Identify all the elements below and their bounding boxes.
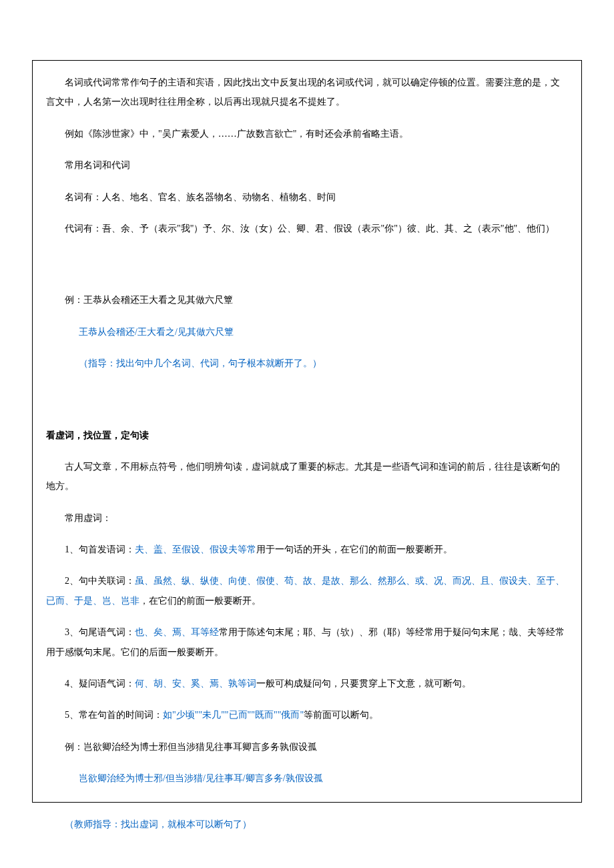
paragraph-subheading: 常用名词和代词 — [46, 155, 568, 175]
item-label: 4、疑问语气词： — [65, 679, 135, 689]
highlighted-text: 王恭从会稽还/王大看之/见其做六尺簟 — [79, 327, 234, 337]
highlighted-text: （教师指导：找出虚词，就根本可以断句了） — [65, 819, 252, 829]
spacer — [46, 250, 568, 290]
item-tail: 一般可构成疑问句，只要贯穿上下文意，就可断句。 — [256, 679, 471, 689]
highlighted-terms: 夫、盖、至假设、假设夫等常 — [135, 544, 256, 554]
highlighted-terms: 如"少顷""未几""已而""既而""俄而" — [163, 710, 304, 720]
paragraph-nouns: 名词有：人名、地名、官名、族名器物名、动物名、植物名、时间 — [46, 187, 568, 207]
example-prompt: 例：王恭从会稽还王大看之见其做六尺簟 — [46, 290, 568, 310]
item-label: 3、句尾语气词： — [65, 627, 135, 637]
teacher-guide: （教师指导：找出虚词，就根本可以断句了） — [32, 815, 582, 834]
highlighted-terms: 何、胡、安、奚、焉、孰等词 — [135, 679, 256, 689]
paragraph: 名词或代词常常作句子的主语和宾语，因此找出文中反复出现的名词或代词，就可以确定停… — [46, 73, 568, 112]
item-label: 2、句中关联词： — [65, 576, 135, 586]
item-tail: 等前面可以断句。 — [304, 710, 378, 720]
paragraph-pronouns: 代词有：吾、余、予（表示"我"）予、尔、汝（女）公、卿、君、假设（表示"你"）彼… — [46, 219, 568, 238]
paragraph: 古人写文章，不用标点符号，他们明辨句读，虚词就成了重要的标志。尤其是一些语气词和… — [46, 457, 568, 496]
paragraph-example: 例如《陈涉世家》中，"吴广素爱人，……广故数言欲亡"，有时还会承前省略主语。 — [46, 124, 568, 143]
item-label: 5、常在句首的时间词： — [65, 710, 163, 720]
example-answer: 王恭从会稽还/王大看之/见其做六尺簟 — [46, 322, 568, 342]
item-tail: 用于一句话的开头，在它们的前面一般要断开。 — [256, 544, 452, 554]
highlighted-text: 岂欲卿治经为博士邪/但当涉猎/见往事耳/卿言多务/孰假设孤 — [79, 773, 323, 783]
spacer — [46, 386, 568, 426]
list-item-5: 5、常在句首的时间词：如"少顷""未几""已而""既而""俄而"等前面可以断句。 — [46, 705, 568, 725]
paragraph-subheading: 常用虚词： — [46, 508, 568, 528]
item-label: 1、句首发语词： — [65, 544, 135, 554]
outside-box: （教师指导：找出虚词，就根本可以断句了） — [32, 803, 582, 834]
example-guide: （指导：找出句中几个名词、代词，句子根本就断开了。） — [46, 354, 568, 373]
list-item-3: 3、句尾语气词：也、矣、焉、耳等经常用于陈述句末尾；耶、与（欤）、邪（耶）等经常… — [46, 622, 568, 662]
content-box: 名词或代词常常作句子的主语和宾语，因此找出文中反复出现的名词或代词，就可以确定停… — [32, 60, 582, 803]
highlighted-terms: 也、矣、焉、耳等经 — [135, 627, 219, 637]
item-tail: ，在它们的前面一般要断开。 — [139, 596, 261, 606]
highlighted-text: （指导：找出句中几个名词、代词，句子根本就断开了。） — [79, 358, 322, 368]
page-container: 名词或代词常常作句子的主语和宾语，因此找出文中反复出现的名词或代词，就可以确定停… — [0, 0, 614, 868]
example-answer: 岂欲卿治经为博士邪/但当涉猎/见往事耳/卿言多务/孰假设孤 — [46, 769, 568, 788]
list-item-2: 2、句中关联词：虽、虽然、纵、纵使、向使、假使、苟、故、是故、那么、然那么、或、… — [46, 571, 568, 610]
example-prompt: 例：岂欲卿治经为博士邪但当涉猎见往事耳卿言多务孰假设孤 — [46, 737, 568, 757]
list-item-4: 4、疑问语气词：何、胡、安、奚、焉、孰等词一般可构成疑问句，只要贯穿上下文意，就… — [46, 674, 568, 693]
section-heading: 看虚词，找位置，定句读 — [46, 426, 568, 445]
list-item-1: 1、句首发语词：夫、盖、至假设、假设夫等常用于一句话的开头，在它们的前面一般要断… — [46, 540, 568, 559]
